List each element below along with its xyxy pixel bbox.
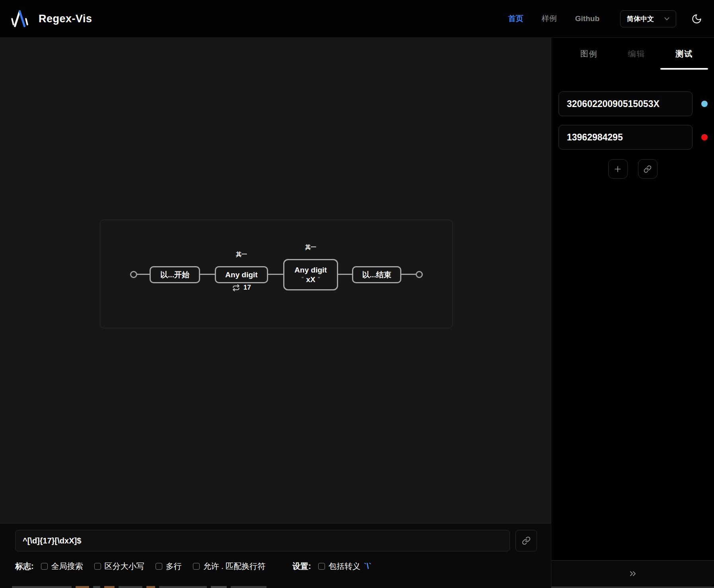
plus-icon — [614, 165, 622, 173]
node-literal: xX — [306, 275, 315, 284]
node-label: 以...结束 — [362, 270, 391, 280]
logo-stroke — [25, 18, 28, 25]
flag-dotall-checkbox[interactable] — [193, 563, 200, 570]
clipped-glyphs — [93, 586, 100, 588]
tab-label: 编辑 — [628, 49, 646, 59]
collapse-sidebar-button[interactable] — [551, 560, 714, 586]
setting-label: 包括转义 — [329, 561, 360, 572]
flag-dotall[interactable]: 允许 . 匹配换行符 — [193, 561, 266, 572]
match-status-dot — [701, 134, 708, 140]
regex-input[interactable] — [15, 530, 510, 551]
match-status-dot — [701, 101, 708, 107]
clipped-glyphs — [159, 586, 207, 588]
test-case-row — [558, 125, 714, 150]
tab-label: 图例 — [580, 49, 598, 59]
setting-include-escape-checkbox[interactable] — [318, 563, 325, 570]
node-literal-line: " xX " — [302, 275, 320, 284]
clipped-glyphs — [231, 586, 267, 588]
bottom-strip — [551, 586, 714, 588]
flags-row: 标志: 全局搜索 区分大小写 多行 允许 . 匹配换行符 — [15, 561, 551, 572]
repeat-icon — [232, 284, 240, 292]
flag-multiline-checkbox[interactable] — [156, 563, 162, 570]
regex-vis-logo-icon[interactable] — [12, 9, 27, 29]
tab-legend[interactable]: 图例 — [565, 38, 613, 70]
link-icon — [522, 536, 531, 545]
node-begin-with[interactable]: 以...开始 — [150, 266, 200, 283]
language-select[interactable]: 简体中文 — [620, 10, 676, 27]
node-any-digit[interactable]: Any digit — [215, 266, 268, 283]
sidebar-tabs: 图例 编辑 测试 — [551, 38, 714, 70]
link-icon — [644, 165, 652, 173]
app-header: Regex-Vis 首页 样例 Github 简体中文 — [0, 0, 714, 38]
active-tab-underline — [660, 68, 708, 70]
main-nav: 首页 样例 Github — [508, 14, 599, 24]
setting-include-escape[interactable]: 包括转义 `\` — [318, 561, 372, 572]
copy-permalink-button[interactable] — [516, 530, 537, 551]
flag-label: 区分大小写 — [105, 561, 144, 572]
app-title: Regex-Vis — [39, 13, 92, 25]
test-case-input-1[interactable] — [558, 92, 693, 116]
nav-github-link[interactable]: Github — [575, 14, 599, 23]
flag-label: 全局搜索 — [51, 561, 83, 572]
regex-editor-panel: 标志: 全局搜索 区分大小写 多行 允许 . 匹配换行符 — [0, 523, 551, 588]
diagram-canvas[interactable]: 以...开始 其一 Any digit 17 其一 An — [0, 38, 551, 523]
repeat-count: 17 — [243, 284, 251, 292]
clipped-glyphs — [12, 586, 72, 588]
logo-stroke — [11, 18, 14, 25]
chevrons-right-icon — [628, 569, 638, 578]
flag-multiline[interactable]: 多行 — [156, 561, 182, 572]
node-label: 以...开始 — [160, 270, 189, 280]
language-select-value: 简体中文 — [627, 14, 654, 23]
workspace-column: 以...开始 其一 Any digit 17 其一 An — [0, 38, 551, 588]
regex-row — [15, 530, 551, 551]
flags-group-label: 标志: — [15, 561, 34, 572]
flag-label: 多行 — [166, 561, 182, 572]
settings-group-label: 设置: — [292, 561, 311, 572]
diagram-start-point — [130, 271, 137, 278]
add-test-case-button[interactable] — [608, 159, 628, 179]
flag-case-sensitive[interactable]: 区分大小写 — [94, 561, 144, 572]
clipped-glyphs — [211, 586, 227, 588]
nav-samples-link[interactable]: 样例 — [542, 14, 557, 24]
clipped-code-row — [12, 586, 267, 588]
main-area: 以...开始 其一 Any digit 17 其一 An — [0, 38, 714, 588]
node-badge: 其一 — [283, 244, 338, 251]
test-case-row — [558, 92, 714, 116]
open-quote: " — [302, 276, 304, 281]
flag-case-sensitive-checkbox[interactable] — [94, 563, 101, 570]
test-case-input-2[interactable] — [558, 125, 693, 150]
nav-home-link[interactable]: 首页 — [508, 14, 523, 24]
setting-code: `\` — [364, 562, 372, 571]
node-end-with[interactable]: 以...结束 — [352, 266, 401, 283]
node-quantifier: 17 — [215, 284, 268, 292]
flag-label: 允许 . 匹配换行符 — [203, 561, 266, 572]
close-quote: " — [318, 276, 320, 281]
logo-stroke-accent — [18, 10, 25, 27]
clipped-glyphs — [76, 586, 89, 588]
chevron-down-icon — [664, 17, 669, 21]
right-sidebar: 图例 编辑 测试 — [551, 38, 714, 588]
theme-toggle-button[interactable] — [691, 14, 702, 24]
node-label: Any digit — [225, 271, 257, 279]
flag-global[interactable]: 全局搜索 — [41, 561, 83, 572]
node-char-class[interactable]: Any digit " xX " — [283, 259, 338, 290]
diagram-end-point — [416, 271, 423, 278]
tab-test[interactable]: 测试 — [660, 38, 708, 70]
clipped-glyphs — [104, 586, 115, 588]
tab-label: 测试 — [675, 49, 693, 59]
clipped-glyphs — [146, 586, 155, 588]
copy-tests-link-button[interactable] — [638, 159, 658, 179]
tab-edit[interactable]: 编辑 — [613, 38, 661, 70]
clipped-glyphs — [119, 586, 142, 588]
node-label: Any digit — [294, 266, 327, 275]
flag-global-checkbox[interactable] — [41, 563, 48, 570]
node-badge: 其一 — [215, 251, 268, 258]
moon-icon — [691, 14, 702, 24]
sidebar-buttons-row — [551, 159, 714, 179]
